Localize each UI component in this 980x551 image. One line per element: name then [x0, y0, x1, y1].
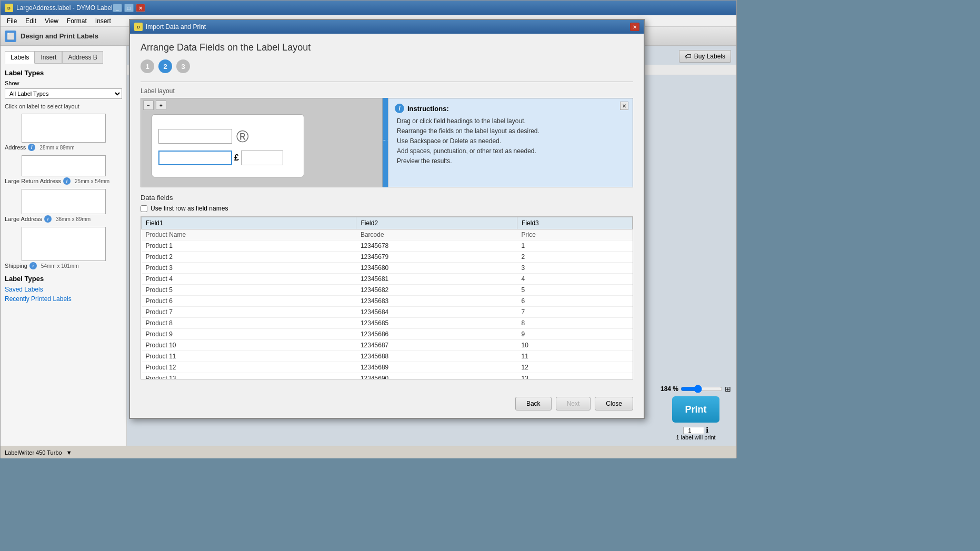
- col-header-2[interactable]: Field2: [356, 217, 517, 229]
- table-row[interactable]: Product 5123456825: [142, 285, 633, 296]
- data-table: Field1 Field2 Field3 Product NameBarcode…: [141, 217, 633, 379]
- col-header-1[interactable]: Field1: [142, 217, 356, 229]
- layout-divider[interactable]: · · · · ·: [383, 98, 388, 187]
- menu-format[interactable]: Format: [63, 16, 91, 26]
- cell-r1-c2: 12345678: [356, 241, 517, 252]
- print-button[interactable]: Print: [672, 396, 719, 423]
- buy-labels-button[interactable]: 🏷 Buy Labels: [679, 50, 731, 63]
- info-icon-large-address[interactable]: i: [44, 215, 52, 223]
- menu-file[interactable]: File: [3, 16, 21, 26]
- col-header-3[interactable]: Field3: [517, 217, 633, 229]
- buy-labels-icon: 🏷: [685, 53, 691, 60]
- layout-section-label: Label layout: [141, 87, 633, 95]
- step-1[interactable]: 1: [141, 59, 154, 73]
- menu-edit[interactable]: Edit: [21, 16, 41, 26]
- step-2[interactable]: 2: [158, 59, 172, 73]
- use-first-row-checkbox[interactable]: [141, 205, 147, 212]
- zoom-in-button[interactable]: +: [156, 101, 166, 110]
- label-text-field-1[interactable]: [158, 129, 232, 144]
- copies-area: ℹ 1 label will print: [676, 426, 715, 440]
- label-type-dropdown[interactable]: All Label Types: [5, 88, 122, 99]
- table-row[interactable]: Product 4123456814: [142, 274, 633, 285]
- cell-r7-c2: 12345684: [356, 307, 517, 318]
- cell-r13-c2: 12345690: [356, 373, 517, 380]
- minimize-button[interactable]: _: [113, 4, 122, 12]
- cell-r11-c3: 11: [517, 351, 633, 362]
- label-price-field[interactable]: [241, 151, 283, 165]
- table-row[interactable]: Product 101234568710: [142, 340, 633, 351]
- back-button[interactable]: Back: [515, 397, 552, 410]
- sidebar-recently-printed[interactable]: Recently Printed Labels: [5, 295, 122, 303]
- info-icon-large-return[interactable]: i: [63, 177, 71, 185]
- close-dialog-button[interactable]: Close: [595, 397, 633, 410]
- dialog-buttons: Back Next Close: [515, 397, 633, 410]
- print-controls: 184 % ⊞ Print ℹ 1 label will print: [661, 385, 731, 440]
- label-thumb-shipping[interactable]: Shipping i 54mm x 101mm: [5, 227, 122, 269]
- sidebar-saved-labels[interactable]: Saved Labels: [5, 286, 122, 293]
- instructions-close-button[interactable]: ✕: [620, 102, 628, 110]
- layout-canvas: − + ® £: [141, 98, 383, 187]
- table-row[interactable]: Product 111234568811: [142, 351, 633, 362]
- copies-input[interactable]: [683, 427, 704, 434]
- table-row[interactable]: Product 7123456847: [142, 307, 633, 318]
- table-row[interactable]: Product 9123456869: [142, 329, 633, 340]
- info-icon-address[interactable]: i: [28, 144, 35, 151]
- toolbar-label: Design and Print Labels: [21, 32, 98, 40]
- menu-view[interactable]: View: [41, 16, 63, 26]
- maximize-button[interactable]: □: [124, 4, 134, 12]
- cell-r4-c2: 12345681: [356, 274, 517, 285]
- table-row[interactable]: Product 6123456836: [142, 296, 633, 307]
- cell-r1-c3: 1: [517, 241, 633, 252]
- step-3[interactable]: 3: [176, 59, 190, 73]
- info-icon-shipping[interactable]: i: [29, 262, 37, 269]
- table-row[interactable]: Product 8123456858: [142, 318, 633, 329]
- zoom-control: 184 % ⊞: [661, 385, 731, 393]
- label-price-area: £: [158, 151, 297, 165]
- sidebar-bottom: Label Types Saved Labels Recently Printe…: [5, 275, 122, 303]
- cell-r6-c1: Product 6: [142, 296, 356, 307]
- zoom-fit-icon[interactable]: ⊞: [725, 385, 731, 393]
- use-first-row: Use first row as field names: [141, 205, 633, 212]
- cell-r2-c2: 12345679: [356, 252, 517, 263]
- tab-insert[interactable]: Insert: [35, 51, 62, 64]
- sidebar-tabs: Labels Insert Address B: [5, 51, 122, 64]
- zoom-slider[interactable]: [681, 385, 723, 393]
- label-thumb-large-return[interactable]: Large Return Address i 25mm x 54mm: [5, 155, 122, 185]
- instruction-3: Use Backspace or Delete as needed.: [395, 137, 626, 145]
- instruction-1: Drag or click field headings to the labe…: [395, 117, 626, 125]
- zoom-out-button[interactable]: −: [143, 101, 154, 110]
- table-row[interactable]: Product 3123456803: [142, 263, 633, 274]
- printer-dropdown-icon[interactable]: ▼: [66, 449, 72, 456]
- cell-r11-c1: Product 11: [142, 351, 356, 362]
- table-row[interactable]: Product 2123456792: [142, 252, 633, 263]
- cell-r13-c1: Product 13: [142, 373, 356, 380]
- dialog-title-bar: D Import Data and Print ✕: [130, 20, 644, 34]
- table-row[interactable]: Product 131234569013: [142, 373, 633, 380]
- dialog-title: Import Data and Print: [146, 23, 206, 31]
- dialog-close-button[interactable]: ✕: [630, 23, 639, 31]
- divider: [141, 82, 633, 82]
- window-controls: _ □ ✕: [113, 4, 145, 12]
- cell-r11-c2: 12345688: [356, 351, 517, 362]
- data-fields-title: Data fields: [141, 194, 633, 202]
- table-row[interactable]: Product 121234568912: [142, 362, 633, 373]
- cell-r1-c1: Product 1: [142, 241, 356, 252]
- instructions-panel: i Instructions: ✕ Drag or click field he…: [388, 98, 633, 187]
- cell-r9-c1: Product 9: [142, 329, 356, 340]
- label-text-field-2[interactable]: [158, 151, 232, 165]
- label-thumb-large-address[interactable]: Large Address i 36mm x 89mm: [5, 189, 122, 223]
- label-thumb-address[interactable]: Address i 28mm x 89mm: [5, 114, 122, 151]
- tab-address-b[interactable]: Address B: [62, 51, 103, 64]
- registered-mark: ®: [236, 127, 249, 146]
- tab-labels[interactable]: Labels: [5, 51, 35, 64]
- next-button[interactable]: Next: [556, 397, 591, 410]
- data-fields-section: Data fields Use first row as field names…: [141, 194, 633, 379]
- cell-r10-c1: Product 10: [142, 340, 356, 351]
- table-row[interactable]: Product 1123456781: [142, 241, 633, 252]
- close-button[interactable]: ✕: [136, 4, 145, 12]
- printer-label: LabelWriter 450 Turbo: [5, 449, 62, 456]
- dialog-body: Arrange Data Fields on the Label Layout …: [130, 34, 644, 420]
- menu-insert[interactable]: Insert: [91, 16, 115, 26]
- cell-r6-c3: 6: [517, 296, 633, 307]
- cell-r12-c3: 12: [517, 362, 633, 373]
